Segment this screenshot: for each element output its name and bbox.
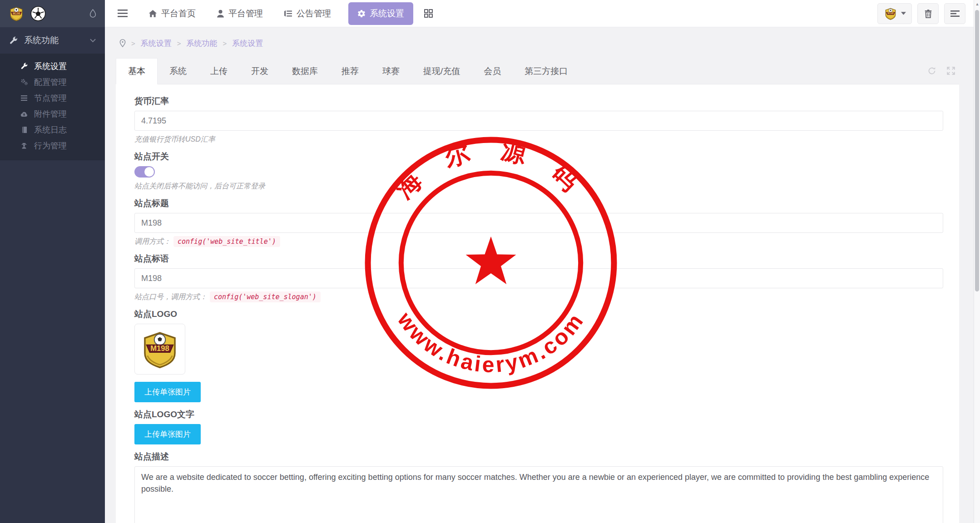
sidebar-submenu: 系统设置 配置管理 节点管理: [0, 54, 105, 160]
site-logo-image: [139, 328, 181, 370]
tab-develop[interactable]: 开发: [239, 59, 280, 84]
expand-icon[interactable]: [946, 66, 955, 75]
top-navbar: 平台首页 平台管理 公告管理 系统设置: [105, 0, 974, 27]
site-slogan-input[interactable]: [134, 268, 943, 288]
field-site-description: 站点描述 We are a website dedicated to socce…: [134, 451, 943, 523]
sidebar-item-label: 配置管理: [34, 77, 67, 88]
refresh-icon[interactable]: [927, 66, 936, 75]
helper-text: 站点口号，调用方式：: [134, 293, 207, 301]
sidebar-item-attachment-management[interactable]: 附件管理: [0, 106, 105, 122]
wrench-icon: [20, 62, 28, 70]
breadcrumb-link[interactable]: 系统设置: [232, 38, 263, 49]
breadcrumb-link[interactable]: 系统功能: [187, 38, 218, 49]
droplet-icon[interactable]: [89, 9, 97, 19]
sidebar-item-label: 节点管理: [34, 93, 67, 104]
field-label: 站点LOGO文字: [134, 409, 943, 420]
upload-logo-text-button[interactable]: 上传单张图片: [134, 424, 201, 444]
field-site-title: 站点标题 调用方式：config('web_site_title'): [134, 197, 943, 247]
nav-item-label: 公告管理: [297, 8, 331, 20]
brand-badge-logo[interactable]: [8, 5, 25, 22]
settings-card: 基本 系统 上传 开发 数据库 推荐 球赛 提现/充值 会员 第三方接口: [116, 59, 959, 523]
trash-button[interactable]: [917, 3, 939, 24]
sidebar-item-system-logs[interactable]: 系统日志: [0, 122, 105, 138]
field-helper: 调用方式：config('web_site_title'): [134, 237, 943, 247]
panel-list-icon: [950, 10, 960, 17]
tab-member[interactable]: 会员: [472, 59, 513, 84]
field-site-slogan: 站点标语 站点口号，调用方式：config('web_site_slogan'): [134, 253, 943, 302]
gears-icon: [20, 78, 28, 86]
trash-icon: [924, 9, 932, 18]
wrench-icon: [9, 36, 18, 45]
site-logo-preview[interactable]: [134, 324, 185, 375]
helper-text: 调用方式：: [134, 237, 171, 245]
spy-icon: [20, 142, 28, 150]
book-icon: [20, 126, 28, 134]
sidebar-panel-button[interactable]: [944, 3, 965, 24]
nav-item-system-settings[interactable]: 系统设置: [348, 2, 413, 25]
sidebar: 系统功能 系统设置 配置管理: [0, 0, 105, 523]
field-site-switch: 站点开关 站点关闭后将不能访问，后台可正常登录: [134, 151, 943, 191]
tab-upload[interactable]: 上传: [198, 59, 239, 84]
nav-item-label: 系统设置: [370, 8, 404, 20]
map-pin-icon: [119, 39, 126, 47]
field-label: 站点描述: [134, 451, 943, 463]
field-label: 货币汇率: [134, 95, 943, 107]
site-switch-toggle[interactable]: [134, 166, 155, 178]
nav-item-platform-management[interactable]: 平台管理: [217, 8, 263, 20]
grid-apps-icon[interactable]: [424, 9, 433, 18]
sidebar-item-label: 系统日志: [34, 124, 67, 135]
field-site-logo: 站点LOGO 上传单张图片: [134, 308, 943, 402]
scrollbar-thumb[interactable]: [975, 10, 979, 291]
sidebar-item-label: 行为管理: [34, 140, 67, 151]
config-code: config('web_site_slogan'): [210, 291, 321, 302]
breadcrumb: > 系统设置 > 系统功能 > 系统设置: [105, 27, 974, 59]
avatar-menu-button[interactable]: [877, 3, 912, 24]
config-code: config('web_site_title'): [173, 236, 280, 247]
nav-item-label: 平台首页: [161, 8, 196, 20]
tab-database[interactable]: 数据库: [280, 59, 330, 84]
soccer-ball-icon: [30, 5, 46, 22]
hamburger-icon[interactable]: [118, 10, 128, 17]
currency-rate-input[interactable]: [134, 111, 943, 131]
cloud-upload-icon: [20, 110, 28, 118]
vertical-scrollbar[interactable]: ▲: [974, 0, 980, 523]
tab-third-party[interactable]: 第三方接口: [513, 59, 579, 84]
field-label: 站点标语: [134, 253, 943, 265]
field-site-logo-text: 站点LOGO文字 上传单张图片: [134, 409, 943, 444]
settings-form: 货币汇率 充值银行货币转USD汇率 站点开关 站点关闭后将不能访问，后台可正常登…: [116, 84, 959, 523]
tab-withdraw-recharge[interactable]: 提现/充值: [411, 59, 472, 84]
card-tools: [927, 66, 955, 75]
bars-icon: [20, 94, 28, 102]
scroll-up-arrow[interactable]: ▲: [974, 2, 980, 6]
tab-system[interactable]: 系统: [158, 59, 198, 84]
sidebar-item-label: 系统功能: [24, 35, 59, 46]
tab-matches[interactable]: 球赛: [371, 59, 411, 84]
field-label: 站点LOGO: [134, 308, 943, 320]
settings-tabs: 基本 系统 上传 开发 数据库 推荐 球赛 提现/充值 会员 第三方接口: [116, 59, 959, 84]
sidebar-item-behavior-management[interactable]: 行为管理: [0, 138, 105, 153]
sidebar-item-system-settings[interactable]: 系统设置: [0, 58, 105, 74]
site-title-input[interactable]: [134, 213, 943, 233]
home-icon: [148, 10, 157, 18]
field-helper: 站点口号，调用方式：config('web_site_slogan'): [134, 292, 943, 302]
toggle-knob: [144, 167, 154, 177]
tab-recommend[interactable]: 推荐: [330, 59, 371, 84]
breadcrumb-link[interactable]: 系统设置: [141, 38, 172, 49]
sidebar-header: [0, 0, 105, 27]
upload-logo-button[interactable]: 上传单张图片: [134, 382, 201, 402]
nav-item-announcement-management[interactable]: 公告管理: [284, 8, 331, 20]
field-label: 站点开关: [134, 151, 943, 163]
main-content: > 系统设置 > 系统功能 > 系统设置 基本 系统 上传 开发 数据库 推荐 …: [105, 27, 974, 523]
site-description-textarea[interactable]: We are a website dedicated to soccer bet…: [134, 466, 943, 523]
tab-basic[interactable]: 基本: [116, 58, 158, 84]
nav-item-platform-home[interactable]: 平台首页: [148, 8, 196, 20]
sidebar-item-system-functions[interactable]: 系统功能: [0, 27, 105, 54]
sidebar-item-node-management[interactable]: 节点管理: [0, 90, 105, 106]
sidebar-item-label: 系统设置: [34, 61, 67, 72]
list-icon: [284, 10, 292, 17]
field-label: 站点标题: [134, 197, 943, 209]
breadcrumb-separator: >: [177, 39, 181, 47]
sidebar-item-config-management[interactable]: 配置管理: [0, 74, 105, 90]
avatar: [884, 7, 897, 20]
gear-icon: [357, 10, 366, 18]
